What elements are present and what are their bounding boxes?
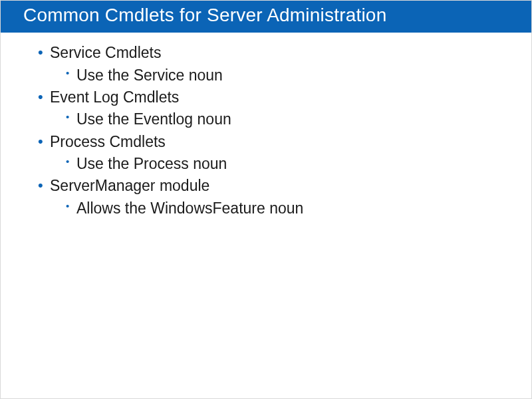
title-band: Common Cmdlets for Server Administration xyxy=(1,1,531,33)
list-subitem-label: Allows the WindowsFeature noun xyxy=(76,200,303,217)
list-subitem: Use the Eventlog noun xyxy=(66,108,502,130)
list-subitem: Allows the WindowsFeature noun xyxy=(66,198,502,219)
bullet-list: Service Cmdlets Use the Service noun Eve… xyxy=(38,42,502,219)
slide-body: Service Cmdlets Use the Service noun Eve… xyxy=(1,33,531,219)
list-subitem-label: Use the Eventlog noun xyxy=(76,110,231,128)
list-item-label: Service Cmdlets xyxy=(50,44,161,61)
list-item-label: Event Log Cmdlets xyxy=(50,88,179,106)
list-subitem: Use the Process noun xyxy=(66,153,502,175)
list-subitem: Use the Service noun xyxy=(66,65,502,86)
list-item-label: Process Cmdlets xyxy=(50,133,166,150)
list-item: Process Cmdlets Use the Process noun xyxy=(38,131,502,176)
list-subitem-label: Use the Service noun xyxy=(76,66,223,84)
list-subitem-label: Use the Process noun xyxy=(76,155,227,172)
list-item: Service Cmdlets Use the Service noun xyxy=(38,42,502,86)
list-item: Event Log Cmdlets Use the Eventlog noun xyxy=(38,86,502,131)
slide-title: Common Cmdlets for Server Administration xyxy=(23,5,509,26)
list-item-label: ServerManager module xyxy=(50,177,209,194)
list-item: ServerManager module Allows the WindowsF… xyxy=(38,175,502,219)
slide: Common Cmdlets for Server Administration… xyxy=(0,0,532,399)
